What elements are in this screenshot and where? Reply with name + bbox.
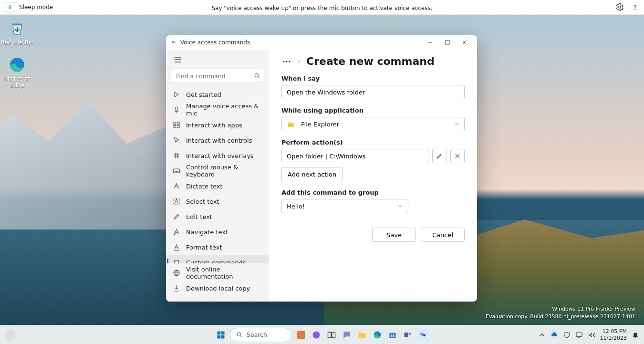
search-input[interactable] bbox=[171, 69, 264, 83]
sidebar-item-label: Visit online documentation bbox=[186, 266, 263, 280]
maximize-button[interactable] bbox=[439, 35, 456, 50]
taskbar-search[interactable]: Search bbox=[230, 328, 292, 342]
sidebar-item-label: Download local copy bbox=[186, 285, 250, 292]
chat-icon bbox=[342, 330, 352, 340]
sidebar-nav: Get started Manage voice access & mic In… bbox=[166, 87, 269, 263]
mic-button[interactable] bbox=[5, 2, 15, 12]
sidebar-item-format[interactable]: Format text bbox=[166, 240, 269, 255]
minimize-button[interactable] bbox=[422, 35, 439, 50]
tray-chevron-up-icon[interactable] bbox=[538, 331, 546, 339]
tray-onedrive-icon[interactable] bbox=[551, 331, 558, 339]
sidebar-item-custom[interactable]: Custom commands bbox=[166, 255, 269, 263]
store-icon bbox=[388, 330, 397, 340]
format-icon bbox=[173, 243, 180, 251]
edit-action-button[interactable] bbox=[432, 149, 447, 163]
taskbar-weather[interactable] bbox=[5, 329, 16, 341]
file-explorer-icon bbox=[287, 120, 295, 128]
svg-rect-11 bbox=[174, 125, 176, 128]
sidebar-item-label: Edit text bbox=[186, 213, 212, 220]
clock-date: 11/1/2023 bbox=[600, 335, 627, 341]
svg-rect-6 bbox=[446, 41, 449, 44]
cancel-button[interactable]: Cancel bbox=[421, 228, 465, 242]
taskbar: Search 12:05 PM 11/1/2023 bbox=[0, 325, 644, 344]
tray-security-icon[interactable] bbox=[563, 331, 571, 339]
chevron-right-icon bbox=[297, 59, 301, 64]
gear-icon[interactable] bbox=[615, 3, 624, 11]
when-i-say-input[interactable] bbox=[281, 85, 465, 99]
tray-network-icon[interactable] bbox=[575, 331, 583, 339]
taskbar-pinned-taskview[interactable] bbox=[325, 329, 338, 341]
application-select[interactable]: File Explorer bbox=[281, 117, 465, 131]
svg-rect-15 bbox=[174, 260, 178, 263]
tray-volume-icon[interactable] bbox=[588, 331, 595, 339]
page-title: Create new command bbox=[306, 55, 435, 67]
taskbar-pinned-store[interactable] bbox=[386, 329, 399, 341]
desktop-icon-edge[interactable]: Microsoft Edge bbox=[0, 55, 34, 89]
svg-point-34 bbox=[423, 334, 426, 336]
recycle-bin-icon bbox=[8, 19, 27, 38]
taskbar-running-voiceaccess[interactable] bbox=[417, 329, 429, 341]
sidebar-item-select[interactable]: Select text bbox=[166, 194, 269, 209]
svg-point-5 bbox=[174, 42, 176, 43]
group-select[interactable]: Hello! bbox=[281, 199, 408, 213]
sidebar-item-label: Navigate text bbox=[186, 229, 228, 236]
sidebar-item-overlays[interactable]: Interact with overlays bbox=[166, 148, 269, 163]
custom-icon bbox=[173, 259, 180, 263]
taskbar-pinned-edge[interactable] bbox=[371, 329, 384, 341]
chevron-down-icon bbox=[397, 203, 403, 209]
delete-action-button[interactable] bbox=[450, 149, 465, 163]
taskbar-pinned-copilot[interactable] bbox=[310, 329, 322, 341]
help-icon[interactable] bbox=[631, 3, 639, 11]
breadcrumb: Create new command bbox=[281, 55, 465, 67]
hamburger-button[interactable] bbox=[171, 52, 185, 67]
sidebar-item-get-started[interactable]: Get started bbox=[166, 87, 269, 102]
svg-point-32 bbox=[409, 333, 411, 335]
desktop-icon-recycle-bin[interactable]: Recycle Bin bbox=[0, 19, 34, 46]
group-select-value: Hello! bbox=[287, 203, 305, 210]
svg-point-33 bbox=[420, 333, 424, 336]
sidebar-item-label: Manage voice access & mic bbox=[186, 103, 263, 117]
close-button[interactable] bbox=[456, 35, 473, 50]
while-using-app-label: While using application bbox=[281, 107, 465, 114]
svg-point-4 bbox=[172, 41, 174, 43]
desktop-icon-label: Microsoft Edge bbox=[0, 75, 34, 89]
svg-rect-13 bbox=[173, 169, 179, 173]
breadcrumb-root-button[interactable] bbox=[281, 56, 292, 67]
edge-icon bbox=[8, 55, 27, 74]
sidebar-item-mouse[interactable]: Control mouse & keyboard bbox=[166, 163, 269, 178]
sidebar-item-manage[interactable]: Manage voice access & mic bbox=[166, 102, 269, 117]
select-text-icon bbox=[173, 198, 180, 205]
taskbar-pinned-teams[interactable] bbox=[402, 329, 414, 341]
window-titlebar[interactable]: Voice access commands bbox=[166, 35, 477, 50]
add-next-action-button[interactable]: Add next action bbox=[281, 167, 343, 181]
sidebar-item-docs[interactable]: Visit online documentation bbox=[166, 265, 269, 281]
taskbar-pinned-1[interactable] bbox=[295, 329, 307, 341]
sidebar-item-label: Custom commands bbox=[186, 259, 246, 264]
sidebar-item-label: Get started bbox=[186, 91, 221, 98]
sidebar-item-dictate[interactable]: Dictate text bbox=[166, 178, 269, 194]
taskbar-clock[interactable]: 12:05 PM 11/1/2023 bbox=[600, 328, 627, 341]
action-input[interactable] bbox=[281, 149, 428, 163]
keyboard-icon bbox=[173, 167, 180, 175]
sidebar-item-controls[interactable]: Interact with controls bbox=[166, 133, 269, 148]
tray-notifications-icon[interactable] bbox=[632, 331, 639, 339]
svg-rect-8 bbox=[176, 107, 177, 110]
windows-watermark: Windows 11 Pro Insider Preview Evaluatio… bbox=[486, 305, 635, 320]
voice-access-bar: Sleep mode Say "voice access wake up" or… bbox=[0, 0, 644, 15]
sidebar-item-label: Select text bbox=[186, 198, 219, 205]
application-select-value: File Explorer bbox=[301, 121, 339, 128]
save-button[interactable]: Save bbox=[372, 228, 416, 242]
sidebar-item-download[interactable]: Download local copy bbox=[166, 281, 269, 296]
play-icon bbox=[173, 91, 180, 98]
sidebar-item-label: Interact with controls bbox=[186, 137, 252, 144]
sidebar-item-navigate[interactable]: Navigate text bbox=[166, 224, 269, 240]
taskbar-pinned-explorer[interactable] bbox=[356, 329, 368, 341]
start-button[interactable] bbox=[215, 329, 227, 341]
add-to-group-label: Add this command to group bbox=[281, 189, 465, 196]
svg-rect-9 bbox=[174, 122, 176, 125]
sidebar-item-edit[interactable]: Edit text bbox=[166, 209, 269, 224]
svg-point-1 bbox=[619, 6, 621, 9]
sidebar-item-apps[interactable]: Interact with apps bbox=[166, 117, 269, 133]
taskbar-pinned-chat[interactable] bbox=[341, 329, 353, 341]
sidebar-item-label: Control mouse & keyboard bbox=[186, 164, 263, 178]
